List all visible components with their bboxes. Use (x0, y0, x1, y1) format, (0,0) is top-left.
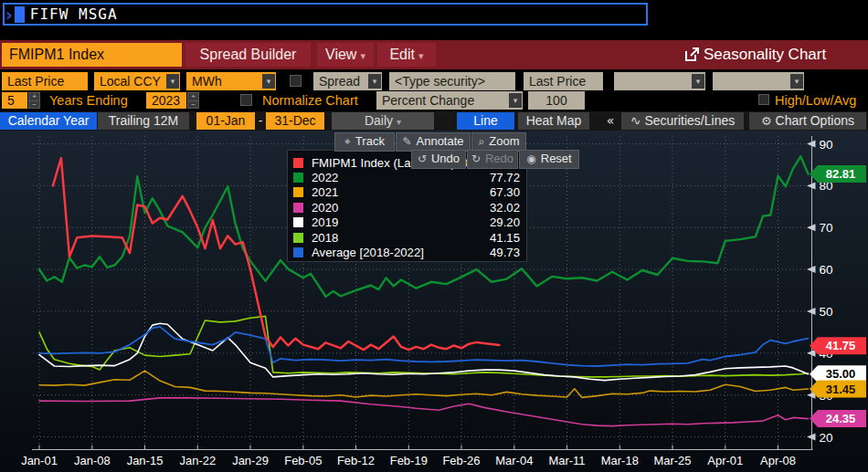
legend-row: 201929.20 (293, 215, 520, 230)
svg-text:20: 20 (820, 431, 833, 445)
svg-text:Apr-01: Apr-01 (707, 454, 743, 467)
zoom-button[interactable]: ⌕Zoom (471, 132, 526, 152)
undo-icon: ↺ (418, 152, 427, 165)
normalize-mode-dropdown[interactable]: Percent Change▾ (376, 91, 523, 110)
command-line-input[interactable]: › FIFW MSGA (3, 3, 648, 26)
chevron-down-icon[interactable]: ▾ (509, 93, 522, 108)
chevron-down-icon: ▾ (360, 50, 365, 62)
redo-icon: ↻ (471, 152, 481, 165)
svg-text:Feb-26: Feb-26 (442, 454, 480, 467)
edit-menu-button[interactable]: Edit▾ (377, 43, 436, 67)
svg-text:Feb-05: Feb-05 (284, 454, 322, 467)
legend-row: 202032.02 (293, 200, 520, 215)
collapse-panel-button[interactable]: « (603, 112, 618, 130)
legend-row: Average [2018-2022]49.73 (293, 245, 520, 259)
chevron-down-icon[interactable]: ▾ (790, 74, 803, 89)
svg-text:Feb-12: Feb-12 (337, 454, 375, 467)
legend-swatch-2020 (293, 203, 303, 213)
reset-icon: ◉ (526, 152, 535, 165)
legend-swatch-average (293, 247, 303, 257)
currency-dropdown[interactable]: Local CCY▾ (94, 72, 180, 90)
undo-button[interactable]: ↺Undo (411, 150, 466, 169)
svg-text:Jan-15: Jan-15 (127, 454, 164, 467)
unit-dropdown[interactable]: MWh▾ (186, 72, 276, 90)
svg-text:Jan-22: Jan-22 (179, 454, 216, 467)
chevron-down-icon[interactable]: ▾ (262, 74, 275, 89)
years-ending-label: Years Ending (49, 91, 128, 110)
empty-dropdown-2[interactable]: ▾ (713, 72, 804, 90)
date-separator: - (256, 112, 265, 130)
legend-row: 201841.15 (293, 230, 520, 245)
svg-text:90: 90 (820, 138, 833, 152)
end-date-field[interactable]: 31-Dec (266, 112, 324, 130)
chevron-down-icon: ▾ (397, 117, 401, 127)
frequency-dropdown[interactable]: Daily ▾ (332, 112, 434, 130)
svg-text:Jan-08: Jan-08 (74, 454, 111, 467)
text-cursor (15, 6, 25, 23)
legend-swatch-2021 (293, 187, 303, 197)
svg-text:Mar-11: Mar-11 (548, 454, 585, 467)
svg-text:35.00: 35.00 (826, 367, 856, 381)
normalize-chart-checkbox[interactable] (240, 94, 252, 106)
high-low-avg-label: High/Low/Avg (775, 91, 856, 110)
securities-lines-button[interactable]: ∿ Securities/Lines (621, 112, 744, 130)
spread-dropdown[interactable]: Spread▾ (313, 72, 382, 90)
legend-swatch-2022 (293, 173, 303, 183)
export-icon[interactable] (684, 47, 700, 62)
years-count-field[interactable]: 5 (2, 92, 27, 109)
legend-row: 202167.30 (293, 185, 520, 200)
chevron-down-icon: ▾ (418, 50, 424, 62)
type-security-input[interactable]: <Type security> (389, 72, 515, 90)
tab-calendar-year[interactable]: Calendar Year (0, 112, 97, 130)
prompt-chevron-icon: › (5, 5, 13, 24)
svg-text:Apr-08: Apr-08 (760, 454, 796, 467)
chart-options-button[interactable]: ⚙ Chart Options (749, 112, 866, 130)
price-type-field-2[interactable]: Last Price (524, 72, 603, 90)
start-date-field[interactable]: 01-Jan (196, 112, 255, 130)
gear-icon: ⚙ (761, 114, 772, 128)
pencil-icon: ✎ (402, 135, 411, 148)
svg-text:24.35: 24.35 (826, 412, 856, 425)
price-type-field[interactable]: Last Price (2, 72, 88, 90)
svg-text:70: 70 (820, 221, 833, 235)
ending-year-field[interactable]: 2023 (146, 92, 186, 109)
svg-text:Mar-18: Mar-18 (601, 454, 639, 467)
legend-swatch-2023 (293, 158, 303, 168)
svg-text:Jan-29: Jan-29 (232, 454, 269, 467)
tab-trailing-12m[interactable]: Trailing 12M (98, 112, 189, 130)
svg-text:82.81: 82.81 (826, 167, 856, 181)
legend-swatch-2019 (293, 217, 303, 227)
legend-row: 202277.72 (293, 170, 520, 184)
crosshair-icon: ⌖ (344, 135, 351, 148)
normalize-chart-label: Normalize Chart (262, 91, 358, 110)
bloomberg-terminal-screen: › FIFW MSGA FMIPM1 Index Spread Builder … (0, 0, 868, 472)
chevron-down-icon[interactable]: ▾ (692, 74, 704, 89)
command-text[interactable]: FIFW MSGA (30, 5, 118, 23)
svg-text:41.75: 41.75 (826, 339, 856, 352)
tab-line-chart[interactable]: Line (457, 112, 514, 130)
view-menu-button[interactable]: View▾ (317, 43, 374, 67)
chevron-down-icon[interactable]: ▾ (368, 74, 381, 89)
svg-text:Mar-04: Mar-04 (495, 454, 533, 467)
track-button[interactable]: ⌖Track (334, 132, 395, 152)
reset-button[interactable]: ◉Reset (519, 150, 579, 169)
redo-button[interactable]: ↻Redo (467, 150, 518, 169)
annotate-button[interactable]: ✎Annotate (396, 132, 471, 152)
security-field[interactable]: FMIPM1 Index (2, 43, 182, 67)
base-value-field[interactable]: 100 (528, 91, 585, 110)
chevron-down-icon[interactable]: ▾ (166, 74, 179, 89)
spread-checkbox[interactable] (290, 75, 302, 87)
high-low-avg-checkbox[interactable] (758, 94, 769, 105)
year-stepper[interactable]: +− (187, 92, 199, 109)
magnifier-icon: ⌕ (479, 135, 485, 148)
legend-swatch-2018 (293, 233, 303, 243)
svg-text:Feb-19: Feb-19 (390, 454, 428, 467)
line-chart-icon: ∿ (630, 113, 641, 128)
page-title: Seasonality Chart (704, 43, 864, 67)
svg-text:60: 60 (820, 263, 833, 277)
empty-dropdown-1[interactable]: ▾ (614, 72, 705, 90)
tab-heat-map[interactable]: Heat Map (518, 112, 589, 130)
svg-text:50: 50 (820, 305, 833, 319)
spread-builder-button[interactable]: Spread Builder (185, 43, 311, 67)
years-stepper[interactable]: +− (28, 92, 40, 109)
